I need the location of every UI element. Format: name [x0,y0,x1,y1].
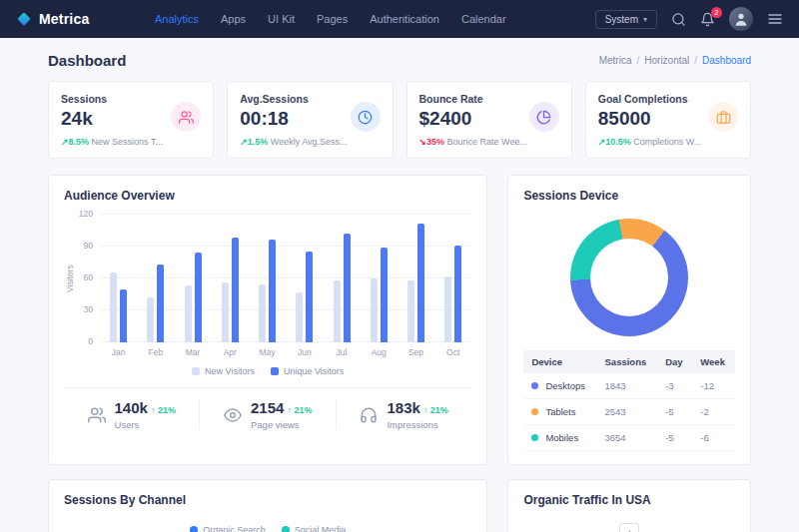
legend-item-organic-search[interactable]: Organic Search [190,525,266,532]
audience-bar-chart: Visitors 0306090120 JanFebMarAprMayJunJu… [64,215,471,357]
stat-icon-circle [708,102,738,132]
stat-cards-row: Sessions24k↗8.5% New Sessions T...Avg.Se… [48,81,751,159]
x-tick-label: Jan [100,347,137,357]
bar-unique-visitors [157,265,164,342]
stat-icon-circle [351,102,381,132]
stat-card-bounce-rate: Bounce Rate$2400↘35% Bounce Rate Wee... [406,81,572,159]
nav-item-ui-kit[interactable]: UI Kit [257,7,306,31]
nav-item-analytics[interactable]: Analytics [144,7,210,31]
device-color-dot [531,434,538,441]
device-name-cell: Mobiles [523,425,596,451]
headphones-icon [360,406,378,424]
device-day-cell: -3 [657,373,692,399]
page-title: Dashboard [48,52,126,69]
bar-new-visitors [110,272,117,342]
y-tick-label: 0 [88,336,93,346]
stat-card-goal-completions: Goal Completions85000↗10.5% Completions … [585,81,751,159]
system-dropdown[interactable]: System ▾ [595,10,657,29]
x-tick-label: Sep [398,347,434,357]
bar-new-visitors [371,278,378,342]
bottom-row: Sessions By Channel Organic SearchSocial… [48,479,751,532]
breadcrumb-item-horizontal[interactable]: Horizontal [644,55,689,66]
bar-group-apr [212,215,249,342]
device-table-header-day: Day [657,350,692,373]
stat-trend-text: New Sessions T... [92,137,163,147]
clock-icon [358,110,373,125]
legend-item-unique-visitors[interactable]: Unique Visitors [271,366,344,376]
x-tick-label: Apr [212,347,249,357]
stat-trend-text: Weekly Avg.Sess... [271,137,348,147]
notification-badge: 2 [711,7,722,18]
x-tick-label: Feb [137,347,174,357]
breadcrumb-separator: / [636,55,639,66]
search-button[interactable] [671,12,686,27]
nav-item-authentication[interactable]: Authentication [359,7,450,31]
system-dropdown-label: System [605,14,638,25]
x-tick-label: Aug [361,347,398,357]
organic-traffic-card: Organic Traffic In USA + [507,479,751,532]
x-axis-labels: JanFebMarAprMayJunJulAugSepOct [100,347,471,357]
topbar-actions: System ▾ 2 [595,7,783,31]
device-table-row-tablets: Tablets2543-5-2 [523,399,735,425]
legend-swatch [282,526,290,532]
summary-icon-wrap [88,406,106,424]
nav-item-pages[interactable]: Pages [306,7,359,31]
summary-stat-users: 140k↑ 21%Users [64,399,199,430]
bar-group-may [249,215,286,342]
app-root: Metrica AnalyticsAppsUI KitPagesAuthenti… [0,0,799,532]
avatar[interactable] [729,7,753,31]
stat-icon-circle [529,102,559,132]
bar-unique-visitors [306,252,313,342]
bar-group-oct [434,215,471,342]
legend-item-social-media[interactable]: Social Media [282,525,347,532]
device-color-dot [531,408,538,415]
summary-trend: ↑ 21% [287,405,312,415]
device-week-cell: -2 [692,399,735,425]
topbar: Metrica AnalyticsAppsUI KitPagesAuthenti… [0,0,799,38]
device-table-body: Desktops1843-3-12Tablets2543-5-2Mobiles3… [523,373,735,451]
legend-label: Organic Search [203,525,266,532]
y-tick-label: 90 [84,241,93,251]
brand-logo[interactable]: Metrica [16,11,144,27]
summary-icon-wrap [224,406,242,424]
device-week-cell: -6 [692,425,735,451]
stat-trend-text: Completions W... [633,137,701,147]
y-axis: 0306090120 [76,215,100,342]
notifications-button[interactable]: 2 [700,12,715,27]
organic-traffic-title: Organic Traffic In USA [523,493,735,507]
x-tick-label: Jun [286,347,323,357]
x-tick-label: May [249,347,286,357]
device-sessions-cell: 3654 [597,425,658,451]
x-tick-label: Mar [174,347,211,357]
chart-main: 0306090120 JanFebMarAprMayJunJulAugSepOc… [76,215,471,357]
bar-group-mar [174,215,211,342]
stat-card-sessions: Sessions24k↗8.5% New Sessions T... [48,81,214,159]
device-week-cell: -12 [692,373,735,399]
legend-item-new-visitors[interactable]: New Visitors [192,366,255,376]
donut-chart [523,219,735,336]
y-tick-label: 30 [84,304,93,314]
bar-new-visitors [259,284,266,342]
device-name-cell: Desktops [523,373,596,399]
bar-group-aug [361,215,398,342]
summary-label: Page views [251,419,312,430]
breadcrumb-item-metrica[interactable]: Metrica [599,55,632,66]
summary-value: 140k [115,399,148,416]
legend-label: New Visitors [205,366,255,376]
users-icon [179,110,194,125]
device-table-header-device: Device [523,350,596,373]
menu-toggle[interactable] [767,11,783,27]
breadcrumb-item-dashboard[interactable]: Dashboard [702,55,751,66]
sessions-by-channel-card: Sessions By Channel Organic SearchSocial… [48,479,487,532]
summary-stat-page-views: 2154↑ 21%Page views [199,399,335,430]
nav-item-apps[interactable]: Apps [210,7,257,31]
channel-legend: Organic SearchSocial Media [64,525,471,532]
breadcrumb: Metrica/Horizontal/Dashboard [599,55,751,66]
brand-name: Metrica [39,11,89,27]
bar-new-visitors [185,285,192,342]
bar-new-visitors [147,297,154,342]
nav-item-calendar[interactable]: Calendar [450,7,517,31]
map-zoom-in-button[interactable]: + [619,523,639,532]
bar-plot-area [100,215,471,342]
y-tick-label: 120 [79,209,93,219]
